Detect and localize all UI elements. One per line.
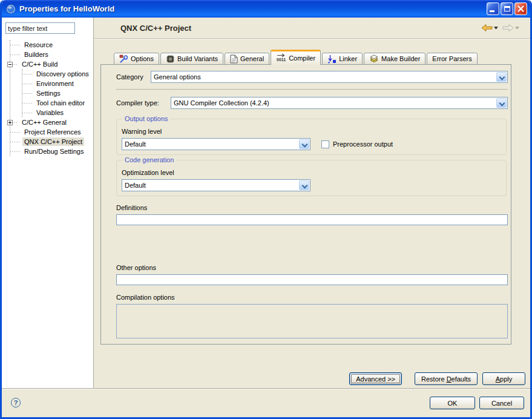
- tree-item-run-debug-settings[interactable]: Run/Debug Settings: [10, 147, 90, 156]
- filter-input[interactable]: [5, 22, 75, 34]
- warning-level-value: Default: [125, 140, 146, 148]
- preprocessor-output-label: Preprocessor output: [333, 140, 393, 148]
- tree-connector: [10, 142, 21, 142]
- chevron-down-icon[interactable]: [299, 139, 309, 149]
- action-buttons: Advanced >> Restore Defaults Apply: [94, 372, 525, 385]
- forward-dropdown-icon: [515, 27, 519, 30]
- tree-connector: [13, 64, 18, 65]
- output-options-group: Output options Warning level Default Pre…: [116, 119, 507, 155]
- tree-item-builders[interactable]: Builders: [10, 50, 90, 59]
- main-panel: QNX C/C++ Project: [94, 18, 530, 388]
- minimize-button[interactable]: [487, 2, 499, 15]
- tab-label: Options: [131, 55, 154, 62]
- tree-connector: [22, 84, 33, 84]
- tab-error-parsers[interactable]: Error Parsers: [427, 53, 477, 65]
- optimization-level-label: Optimization level: [122, 169, 501, 176]
- code-generation-group: Code generation Optimization level Defau…: [116, 160, 507, 196]
- other-options-input[interactable]: [116, 274, 508, 285]
- chip-icon: [166, 54, 175, 64]
- close-icon: [515, 3, 527, 15]
- chevron-down-icon[interactable]: [496, 98, 507, 108]
- tree-item-variables[interactable]: Variables: [22, 108, 90, 117]
- category-select[interactable]: General options: [151, 71, 508, 83]
- tree-item-environment[interactable]: Environment: [22, 79, 90, 88]
- apply-button[interactable]: Apply: [482, 372, 525, 385]
- tree-item-resource[interactable]: Resource: [10, 40, 90, 50]
- category-label: Category: [116, 73, 151, 81]
- compiler-type-label: Compiler type:: [116, 99, 171, 107]
- back-arrow-icon: [481, 23, 493, 33]
- tree-item-project-references[interactable]: Project References: [10, 127, 90, 137]
- forward-arrow-icon: [502, 23, 514, 33]
- tree-connector: [22, 113, 33, 113]
- optimization-level-select[interactable]: Default: [122, 179, 310, 191]
- restore-defaults-button[interactable]: Restore Defaults: [415, 372, 478, 385]
- chevron-down-icon[interactable]: [496, 72, 507, 82]
- tab-label: Build Variants: [177, 55, 218, 62]
- tab-options[interactable]: Options: [114, 53, 159, 65]
- compiler-type-select[interactable]: GNU Compiler Collection (4.2.4): [171, 97, 508, 109]
- minimize-icon: [490, 10, 494, 12]
- tree-connector: [10, 132, 21, 133]
- chevron-down-icon[interactable]: [299, 180, 309, 190]
- title-bar[interactable]: Properties for HelloWorld: [2, 0, 530, 18]
- preprocessor-output-checkbox[interactable]: [321, 140, 329, 148]
- forward-button[interactable]: [501, 22, 521, 34]
- close-button[interactable]: [514, 2, 527, 15]
- tab-label: Make Builder: [381, 55, 420, 62]
- compiler-tab-content: Category General options Compiler type: …: [100, 64, 511, 345]
- ok-button[interactable]: OK: [430, 397, 475, 409]
- tools-icon: [119, 54, 128, 64]
- warning-level-select[interactable]: Default: [122, 138, 310, 150]
- properties-dialog: Properties for HelloWorld Resource Build…: [0, 0, 532, 419]
- linker-arrow-icon: [327, 54, 337, 64]
- compiler-type-value: GNU Compiler Collection (4.2.4): [174, 99, 269, 107]
- tree-item-qnx-project[interactable]: QNX C/C++ Project: [10, 137, 90, 147]
- properties-tree: Resource Builders C/C++ Build Discovery …: [5, 40, 90, 156]
- maximize-button[interactable]: [501, 2, 513, 15]
- tree-connector: [10, 54, 21, 55]
- page-title: QNX C/C++ Project: [120, 24, 480, 33]
- tab-bar: Options Build Variants General: [100, 50, 511, 65]
- tree-connector: [22, 74, 33, 74]
- category-value: General options: [154, 73, 201, 81]
- optimization-level-value: Default: [125, 182, 146, 189]
- definitions-input[interactable]: [116, 214, 508, 225]
- collapse-minus-icon[interactable]: [7, 62, 13, 67]
- layers-icon: [369, 54, 379, 64]
- binary-icon: 0011: [276, 53, 286, 62]
- help-icon[interactable]: ?: [11, 398, 21, 407]
- advanced-button[interactable]: Advanced >>: [349, 372, 402, 385]
- tree-item-settings[interactable]: Settings: [22, 88, 90, 98]
- group-title: Code generation: [122, 156, 176, 163]
- back-button[interactable]: [480, 22, 499, 34]
- window-icon: [6, 4, 16, 14]
- document-icon: [230, 54, 238, 64]
- cancel-button[interactable]: Cancel: [479, 397, 524, 409]
- back-dropdown-icon: [494, 27, 498, 30]
- tree-item-cpp-build[interactable]: C/C++ Build: [10, 59, 90, 69]
- expand-plus-icon[interactable]: [7, 120, 13, 125]
- tab-label: Compiler: [289, 54, 315, 62]
- other-options-label: Other options: [116, 264, 508, 271]
- tab-linker[interactable]: Linker: [322, 53, 363, 65]
- separator: [116, 89, 508, 90]
- tab-build-variants[interactable]: Build Variants: [160, 53, 223, 65]
- tab-compiler[interactable]: 0011 Compiler: [271, 50, 321, 65]
- tree-item-discovery-options[interactable]: Discovery options: [22, 69, 90, 79]
- svg-text:0011: 0011: [277, 58, 286, 62]
- tree-connector: [10, 45, 21, 45]
- maximize-icon: [504, 6, 510, 12]
- warning-level-label: Warning level: [122, 128, 501, 135]
- sidebar: Resource Builders C/C++ Build Discovery …: [2, 18, 94, 388]
- tree-connector: [10, 151, 21, 152]
- tree-item-tool-chain-editor[interactable]: Tool chain editor: [22, 98, 90, 108]
- tree-item-cpp-general[interactable]: C/C++ General: [10, 117, 90, 127]
- tab-general[interactable]: General: [225, 53, 269, 65]
- tree-connector: [13, 122, 18, 123]
- dialog-footer: ? OK Cancel: [2, 388, 530, 417]
- tree-connector: [22, 93, 33, 94]
- compilation-options-textarea[interactable]: [116, 304, 508, 338]
- tab-label: General: [240, 55, 264, 62]
- tab-make-builder[interactable]: Make Builder: [364, 53, 425, 65]
